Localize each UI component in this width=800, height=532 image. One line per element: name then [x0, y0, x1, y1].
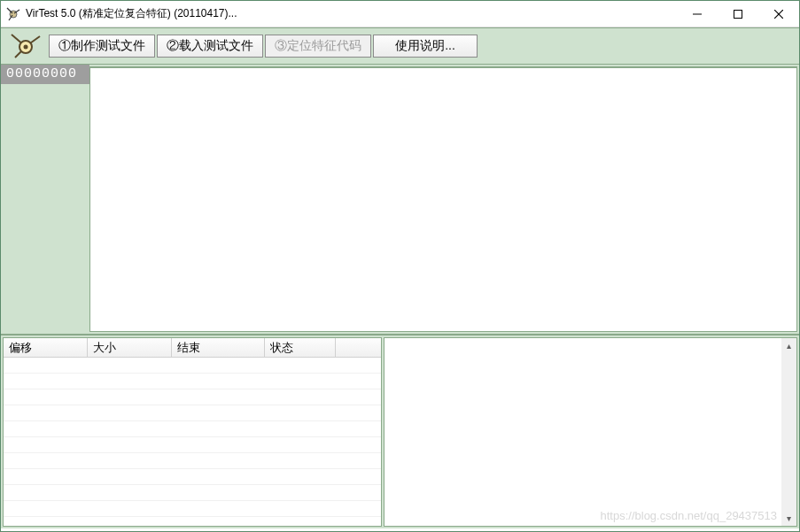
results-table: 偏移 大小 结束 状态 [3, 337, 382, 527]
col-size[interactable]: 大小 [88, 338, 172, 357]
watermark-text: https://blog.csdn.net/qq_29437513 [601, 509, 778, 522]
minimize-button[interactable] [677, 1, 718, 27]
table-row [4, 421, 381, 437]
bottom-panels: 偏移 大小 结束 状态 ▴ ▾ https://blog.csdn.net/qq… [1, 335, 799, 528]
close-button[interactable] [758, 1, 799, 27]
table-row [4, 453, 381, 469]
window-title: VirTest 5.0 (精准定位复合特征) (20110417)... [26, 6, 677, 21]
svg-rect-5 [734, 10, 742, 18]
scroll-down-icon[interactable]: ▾ [781, 511, 796, 526]
table-row [4, 405, 381, 421]
table-row [4, 358, 381, 374]
table-row [4, 501, 381, 517]
help-button[interactable]: 使用说明... [373, 35, 478, 58]
col-offset[interactable]: 偏移 [4, 338, 88, 357]
col-blank[interactable] [336, 338, 381, 357]
table-row [4, 485, 381, 501]
hex-view[interactable] [89, 66, 797, 332]
toolbar: ①制作测试文件 ②载入测试文件 ③定位特征代码 使用说明... [1, 27, 799, 65]
table-row [4, 469, 381, 485]
table-row [4, 374, 381, 389]
make-test-file-button[interactable]: ①制作测试文件 [49, 35, 155, 58]
table-row [4, 437, 381, 453]
main-content: 00000000 [1, 65, 799, 335]
svg-point-12 [24, 45, 28, 50]
detail-panel[interactable]: ▴ ▾ https://blog.csdn.net/qq_29437513 [384, 337, 797, 527]
window-controls [677, 1, 799, 27]
scroll-up-icon[interactable]: ▴ [781, 338, 796, 353]
table-row [4, 389, 381, 405]
load-test-file-button[interactable]: ②载入测试文件 [157, 35, 263, 58]
col-status[interactable]: 状态 [265, 338, 336, 357]
titlebar: VirTest 5.0 (精准定位复合特征) (20110417)... [1, 1, 799, 27]
address-gutter: 00000000 [1, 65, 89, 334]
target-icon[interactable] [4, 30, 47, 62]
locate-signature-button: ③定位特征代码 [265, 35, 371, 58]
app-icon [6, 7, 20, 21]
table-header: 偏移 大小 结束 状态 [4, 338, 381, 358]
scrollbar[interactable]: ▴ ▾ [781, 338, 796, 526]
maximize-button[interactable] [718, 1, 758, 27]
table-body[interactable] [4, 358, 381, 526]
col-end[interactable]: 结束 [172, 338, 265, 357]
address-value: 00000000 [1, 65, 89, 84]
